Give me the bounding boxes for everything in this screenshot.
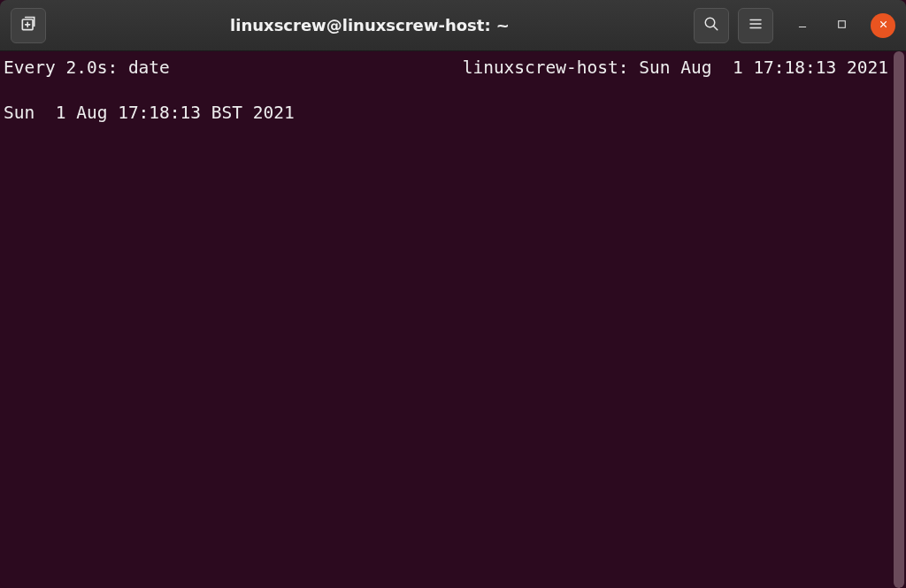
- maximize-button[interactable]: [832, 16, 851, 35]
- watch-output: Sun 1 Aug 17:18:13 BST 2021: [4, 103, 295, 123]
- menu-button[interactable]: [738, 8, 773, 43]
- hamburger-menu-icon: [748, 16, 764, 35]
- titlebar-center: linuxscrew@linuxscrew-host: ~: [53, 16, 687, 34]
- svg-line-2: [713, 26, 718, 30]
- scrollbar-thumb[interactable]: [894, 51, 904, 588]
- new-tab-icon: [19, 15, 37, 36]
- search-button[interactable]: [694, 8, 729, 43]
- watch-header-right: linuxscrew-host: Sun Aug 1 17:18:13 2021: [463, 57, 888, 79]
- minimize-icon: [796, 17, 809, 34]
- close-icon: [878, 17, 889, 34]
- window-controls: [793, 13, 895, 38]
- close-button[interactable]: [871, 13, 895, 38]
- watch-header-left: Every 2.0s: date: [4, 57, 170, 79]
- terminal-body: Every 2.0s: datelinuxscrew-host: Sun Aug…: [0, 51, 906, 588]
- window-title: linuxscrew@linuxscrew-host: ~: [230, 16, 510, 34]
- scrollbar-track: [892, 51, 906, 588]
- terminal-scrollbar[interactable]: [892, 51, 906, 588]
- search-icon: [703, 16, 719, 35]
- titlebar-right: [694, 8, 895, 43]
- maximize-icon: [836, 17, 848, 34]
- new-tab-button[interactable]: [11, 8, 46, 43]
- titlebar-left: [11, 8, 46, 43]
- minimize-button[interactable]: [793, 16, 812, 35]
- svg-rect-7: [838, 21, 845, 28]
- titlebar: linuxscrew@linuxscrew-host: ~: [0, 0, 906, 51]
- terminal-content[interactable]: Every 2.0s: datelinuxscrew-host: Sun Aug…: [0, 51, 892, 588]
